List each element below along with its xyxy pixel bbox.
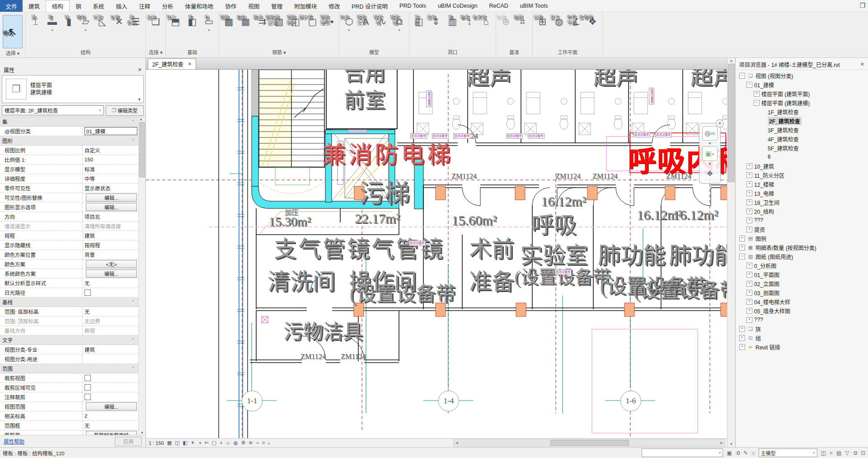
ribbon-button[interactable]: ▮柱: [61, 14, 77, 29]
tree-item-label[interactable]: 3F_建筑检查: [768, 126, 799, 134]
model-icon[interactable]: ⌂: [751, 450, 755, 456]
modify-button[interactable]: ↖修改: [3, 15, 23, 48]
expand-icon[interactable]: +: [739, 326, 745, 332]
property-edit-button[interactable]: <无>: [86, 260, 137, 268]
property-edit-button[interactable]: 编辑...: [86, 203, 137, 211]
ribbon-button[interactable]: ⧉模型 组▾: [391, 14, 408, 32]
tree-item-label[interactable]: 提资: [754, 226, 765, 233]
chevron-down-icon[interactable]: ▼: [137, 97, 141, 102]
tree-item-label[interactable]: 03_剖面图: [754, 289, 779, 297]
vertical-scrollbar[interactable]: ▲ ▼: [727, 58, 735, 447]
tree-item[interactable]: +0_分析图: [736, 261, 868, 270]
tree-item[interactable]: +04_楼电梯大样: [736, 297, 868, 306]
menu-tab[interactable]: 系统: [87, 0, 110, 12]
collapse-icon[interactable]: ⌃: [131, 119, 138, 124]
collapse-icon[interactable]: ⌃: [131, 338, 138, 342]
tree-item[interactable]: +提资: [736, 225, 868, 234]
menu-tab[interactable]: uBIM Tools: [514, 0, 554, 12]
tree-item-label[interactable]: 12_楼梯: [754, 180, 774, 188]
expand-icon[interactable]: +: [746, 227, 752, 232]
expand-icon[interactable]: +: [746, 208, 752, 214]
expand-icon[interactable]: +: [739, 344, 745, 350]
tree-item[interactable]: 4F_建筑检查: [736, 134, 868, 143]
pan-icon[interactable]: ✥: [703, 167, 717, 180]
property-checkbox[interactable]: [84, 394, 91, 400]
edit-icon[interactable]: ✎: [743, 450, 748, 456]
ribbon-button[interactable]: ⬡构件▾: [341, 14, 357, 32]
ribbon-button[interactable]: ⬒独立: [167, 14, 184, 29]
tree-item[interactable]: +▤图例: [736, 234, 868, 243]
property-value[interactable]: 建筑: [82, 231, 138, 240]
tree-item[interactable]: +05_墙身大样图: [736, 306, 868, 315]
collapse-icon[interactable]: ⌃: [131, 366, 138, 371]
menu-tab[interactable]: 管理: [265, 0, 288, 12]
property-value[interactable]: 清理所有墙连接: [82, 222, 138, 231]
device-band-tag[interactable]: 医用设备带: [410, 133, 427, 139]
tree-item-label[interactable]: 11_防火分区: [754, 171, 784, 179]
zoom-icon[interactable]: ▣⌕: [702, 146, 718, 161]
chevron-down-icon[interactable]: ▼: [708, 142, 712, 146]
tree-item[interactable]: +13_电梯: [736, 189, 868, 198]
ribbon-button[interactable]: ▩钢筋: [221, 14, 237, 29]
area-label[interactable]: 15.30m²: [268, 214, 310, 229]
tree-item-label[interactable]: 楼层平面 (建筑建模): [761, 99, 810, 107]
tree-item[interactable]: +⊡组: [736, 333, 868, 342]
tree-item[interactable]: 5F_建筑检查: [736, 143, 868, 152]
reveal-hidden-icon[interactable]: ☼: [226, 440, 230, 446]
expand-icon[interactable]: −: [739, 254, 745, 260]
property-value[interactable]: [82, 354, 138, 364]
device-band-tag[interactable]: 医用设备带: [528, 133, 544, 139]
property-value[interactable]: 建筑: [82, 345, 138, 354]
menu-tab[interactable]: ReCAD: [483, 0, 514, 12]
menu-tab[interactable]: 结构: [46, 0, 70, 12]
tree-item[interactable]: +???: [736, 315, 868, 324]
crop-visibility-icon[interactable]: ▢: [212, 440, 216, 446]
ribbon-button[interactable]: ◍显示: [551, 14, 568, 29]
expand-icon[interactable]: +: [739, 245, 745, 250]
expand-icon[interactable]: +: [746, 199, 752, 205]
door-tag[interactable]: ZM1124: [341, 353, 366, 361]
expand-icon[interactable]: +: [746, 308, 752, 314]
tree-item[interactable]: 3F_建筑检查: [736, 125, 868, 134]
property-value[interactable]: 项目北: [82, 212, 138, 221]
ribbon-button[interactable]: ⇕竖井: [427, 14, 444, 29]
close-tab-icon[interactable]: ✕: [188, 61, 192, 66]
tree-item[interactable]: +02_立面图: [736, 279, 868, 288]
property-value[interactable]: [82, 392, 138, 401]
property-value[interactable]: 标准: [82, 165, 138, 174]
scale-control[interactable]: 1 : 150: [149, 440, 164, 446]
expand-icon[interactable]: +: [746, 299, 752, 305]
tree-item[interactable]: +01_平面图: [736, 270, 868, 279]
type-selector[interactable]: ❐ 楼层平面 建筑建模 ▼: [2, 75, 144, 103]
constraints-icon[interactable]: ⌗: [262, 440, 265, 446]
tree-item[interactable]: +∞Revit 链接: [736, 342, 868, 351]
property-section[interactable]: 范围⌃: [0, 364, 138, 373]
crop-icon[interactable]: ✄: [204, 440, 208, 446]
menu-tab[interactable]: 附加模块: [288, 0, 323, 12]
property-value[interactable]: 无: [82, 307, 138, 316]
displacement-icon[interactable]: ⌁: [256, 440, 259, 446]
window-icon[interactable]: ❒: [859, 2, 865, 9]
property-section[interactable]: 文字⌃: [0, 335, 138, 345]
menu-tab[interactable]: 视图: [242, 0, 265, 12]
tree-item-label[interactable]: 楼层平面 (建筑平面): [761, 90, 810, 98]
design-option-combobox[interactable]: 主模型˅: [759, 449, 817, 457]
tree-item-label[interactable]: 5F_建筑检查: [768, 144, 799, 152]
menu-tab[interactable]: 注释: [133, 0, 156, 12]
menu-tab[interactable]: uBIM CoDesign: [432, 0, 483, 12]
room-label[interactable]: (设置设备带: [633, 274, 727, 303]
device-band-tag[interactable]: 医用设备带: [454, 133, 470, 139]
close-icon[interactable]: ✕: [860, 61, 864, 67]
property-value[interactable]: [82, 288, 138, 297]
room-label[interactable]: (设置设备带: [350, 278, 456, 307]
ribbon-button[interactable]: ◧墙: [184, 14, 201, 29]
room-label[interactable]: 污梯: [359, 173, 410, 209]
expand-icon[interactable]: +: [754, 91, 760, 97]
tree-item[interactable]: +11_防火分区: [736, 170, 868, 179]
ribbon-button[interactable]: ▥墙: [444, 14, 461, 29]
tree-item-label[interactable]: 18_卫生间: [754, 198, 779, 206]
tree-item[interactable]: +12_楼梯: [736, 179, 868, 189]
view-tab[interactable]: 2F_建筑检查 ✕: [148, 58, 196, 69]
door-tag[interactable]: ZM1124: [451, 172, 476, 180]
door-tag[interactable]: ZM1124: [300, 353, 325, 361]
